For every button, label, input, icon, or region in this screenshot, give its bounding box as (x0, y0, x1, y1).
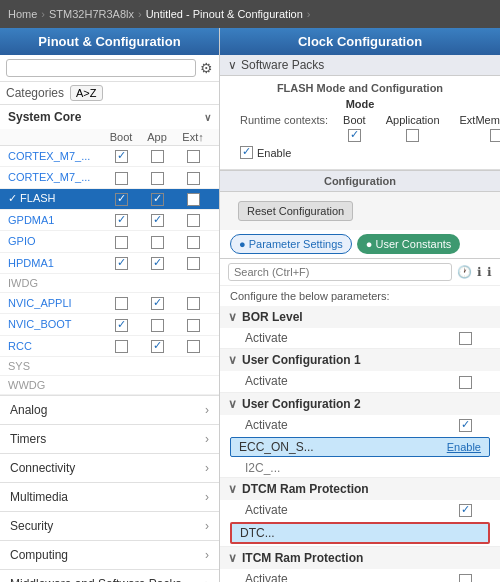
col-ext-header: Ext↑ (175, 131, 211, 143)
ext-check[interactable] (175, 296, 211, 310)
sidebar-group-item[interactable]: Connectivity › (0, 454, 219, 482)
boot-check[interactable] (103, 192, 139, 206)
boot-checkbox[interactable] (348, 129, 361, 142)
system-core-item[interactable]: CORTEX_M7_... (0, 146, 219, 167)
system-core-item[interactable]: CORTEX_M7_... (0, 167, 219, 188)
system-core-item[interactable]: HPDMA1 (0, 253, 219, 274)
chevron-right-icon: › (205, 461, 209, 475)
clock-icon[interactable]: 🕐 (457, 265, 472, 279)
params-search-input[interactable] (228, 263, 452, 281)
enable-checkbox[interactable] (240, 146, 253, 159)
app-check[interactable] (139, 149, 175, 163)
system-core-item[interactable]: IWDG (0, 274, 219, 293)
sidebar-group-item[interactable]: Middleware and Software Packs › (0, 570, 219, 582)
clock-configuration-header: Clock Configuration (220, 28, 500, 55)
boot-check[interactable] (103, 317, 139, 331)
app-check[interactable] (139, 213, 175, 227)
ext-check[interactable] (175, 256, 211, 270)
chevron-right-icon: › (205, 432, 209, 446)
app-check[interactable] (139, 256, 175, 270)
ext-checkbox[interactable] (490, 129, 500, 142)
sidebar-group-item[interactable]: Computing › (0, 541, 219, 569)
chevron-right-icon: › (205, 548, 209, 562)
ext-check[interactable] (175, 234, 211, 248)
boot-check[interactable] (103, 213, 139, 227)
sidebar-group-item[interactable]: Analog › (0, 396, 219, 424)
param-checkbox[interactable] (459, 419, 472, 432)
app-check[interactable] (139, 170, 175, 184)
enable-link[interactable]: Enable (447, 441, 481, 453)
boot-check[interactable] (103, 170, 139, 184)
ext-check[interactable] (175, 192, 211, 206)
configuration-section: Configuration (220, 170, 500, 192)
runtime-cols: Boot Application ExtMemLoader (343, 114, 500, 142)
param-checkbox[interactable] (459, 504, 472, 517)
param-row: Activate (220, 569, 500, 582)
system-core-group: System Core ∨ Boot App Ext↑ CORTEX_M7_..… (0, 105, 219, 396)
param-group-header[interactable]: ∨ ITCM Ram Protection (220, 547, 500, 569)
info-icon[interactable]: ℹ (477, 265, 482, 279)
ext-check[interactable] (175, 317, 211, 331)
ext-check[interactable] (175, 213, 211, 227)
param-group-header[interactable]: ∨ User Configuration 1 (220, 349, 500, 371)
param-group-header[interactable]: ∨ DTCM Ram Protection (220, 478, 500, 500)
software-packs-bar[interactable]: ∨ Software Packs (220, 55, 500, 76)
param-checkbox[interactable] (459, 574, 472, 582)
param-group-header[interactable]: ∨ User Configuration 2 (220, 393, 500, 415)
breadcrumb-device[interactable]: STM32H7R3A8lx (49, 8, 134, 20)
app-check[interactable] (139, 339, 175, 353)
group-label: ITCM Ram Protection (242, 551, 363, 565)
enable-row: Enable (230, 142, 490, 163)
system-core-item[interactable]: WWDG (0, 376, 219, 395)
boot-check[interactable] (103, 256, 139, 270)
sidebar-group-item[interactable]: Multimedia › (0, 483, 219, 511)
system-core-items: CORTEX_M7_...CORTEX_M7_...✓ FLASHGPDMA1G… (0, 146, 219, 395)
breadcrumb-project[interactable]: Untitled - Pinout & Configuration (146, 8, 303, 20)
sidebar-group-item[interactable]: Timers › (0, 425, 219, 453)
system-core-item[interactable]: RCC (0, 336, 219, 357)
group-label: User Configuration 1 (242, 353, 361, 367)
gear-icon[interactable]: ⚙ (200, 60, 213, 76)
boot-check[interactable] (103, 149, 139, 163)
params-area: 🕐 ℹ ℹ Configure the below parameters: ∨ … (220, 259, 500, 582)
search-input[interactable] (6, 59, 196, 77)
system-core-item[interactable]: ✓ FLASH (0, 189, 219, 210)
param-checkbox[interactable] (459, 376, 472, 389)
sidebar-group-connectivity: Connectivity › (0, 454, 219, 483)
info-icon-2[interactable]: ℹ (487, 265, 492, 279)
param-group-header[interactable]: ∨ BOR Level (220, 306, 500, 328)
app-check[interactable] (139, 317, 175, 331)
app-check[interactable] (139, 234, 175, 248)
system-core-item[interactable]: NVIC_APPLI (0, 293, 219, 314)
sub-row: I2C_... (220, 459, 500, 477)
ext-check[interactable] (175, 170, 211, 184)
boot-check[interactable] (103, 234, 139, 248)
reset-configuration-button[interactable]: Reset Configuration (238, 201, 353, 221)
ext-check[interactable] (175, 149, 211, 163)
tabs-row: ● Parameter Settings ● User Constants (220, 230, 500, 259)
tab-user-constants[interactable]: ● User Constants (357, 234, 461, 254)
sub-row-name: I2C_... (245, 461, 475, 475)
boot-check[interactable] (103, 339, 139, 353)
system-core-item[interactable]: GPIO (0, 231, 219, 252)
tab-parameter-settings[interactable]: ● Parameter Settings (230, 234, 352, 254)
app-check[interactable] (139, 296, 175, 310)
param-name: Activate (245, 503, 455, 517)
boot-col-label: Boot (343, 114, 366, 126)
system-core-item[interactable]: NVIC_BOOT (0, 314, 219, 335)
system-core-item[interactable]: SYS (0, 357, 219, 376)
system-core-item[interactable]: GPDMA1 (0, 210, 219, 231)
app-check[interactable] (139, 192, 175, 206)
ext-col-label: ExtMemLoader (460, 114, 500, 126)
az-filter-button[interactable]: A>Z (70, 85, 102, 101)
app-checkbox[interactable] (406, 129, 419, 142)
sidebar-group-item[interactable]: Security › (0, 512, 219, 540)
item-name: CORTEX_M7_... (8, 150, 103, 162)
item-name: CORTEX_M7_... (8, 171, 103, 183)
breadcrumb-home[interactable]: Home (8, 8, 37, 20)
system-core-header[interactable]: System Core ∨ (0, 105, 219, 129)
ext-check[interactable] (175, 339, 211, 353)
boot-check[interactable] (103, 296, 139, 310)
item-name: WWDG (8, 379, 103, 391)
param-checkbox[interactable] (459, 332, 472, 345)
